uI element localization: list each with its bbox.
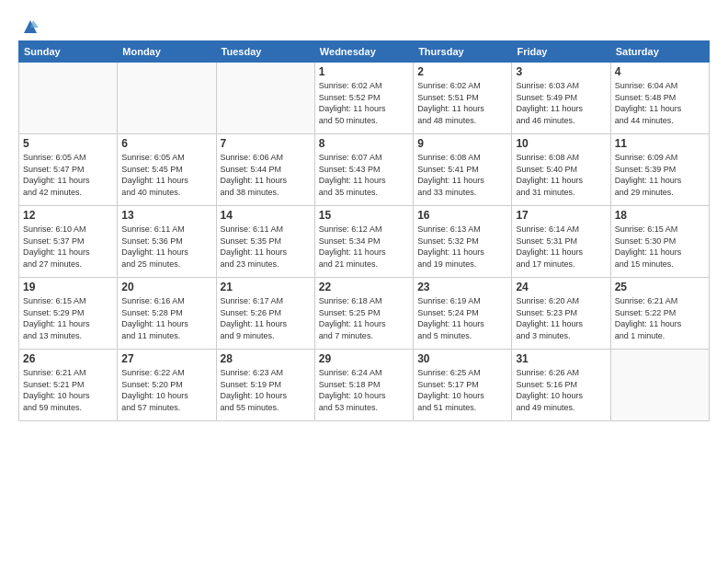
- calendar-cell: 21Sunrise: 6:17 AM Sunset: 5:26 PM Dayli…: [216, 278, 314, 350]
- day-number: 27: [121, 352, 211, 365]
- calendar-cell: 6Sunrise: 6:05 AM Sunset: 5:45 PM Daylig…: [118, 134, 216, 206]
- calendar-week-row: 19Sunrise: 6:15 AM Sunset: 5:29 PM Dayli…: [19, 278, 710, 350]
- day-info: Sunrise: 6:07 AM Sunset: 5:43 PM Dayligh…: [319, 152, 409, 198]
- logo-icon: [22, 18, 39, 35]
- calendar-cell: 11Sunrise: 6:09 AM Sunset: 5:39 PM Dayli…: [610, 134, 709, 206]
- day-number: 29: [319, 352, 409, 365]
- day-info: Sunrise: 6:05 AM Sunset: 5:47 PM Dayligh…: [23, 152, 113, 198]
- weekday-header-sunday: Sunday: [19, 41, 118, 63]
- day-info: Sunrise: 6:09 AM Sunset: 5:39 PM Dayligh…: [615, 152, 705, 198]
- calendar-cell: 8Sunrise: 6:07 AM Sunset: 5:43 PM Daylig…: [314, 134, 413, 206]
- logo: [18, 17, 39, 35]
- day-info: Sunrise: 6:24 AM Sunset: 5:18 PM Dayligh…: [319, 367, 409, 413]
- weekday-header-thursday: Thursday: [414, 41, 512, 63]
- day-number: 3: [516, 65, 606, 78]
- calendar-cell: 15Sunrise: 6:12 AM Sunset: 5:34 PM Dayli…: [314, 206, 413, 278]
- calendar-cell: 31Sunrise: 6:26 AM Sunset: 5:16 PM Dayli…: [512, 350, 610, 421]
- calendar-cell: 7Sunrise: 6:06 AM Sunset: 5:44 PM Daylig…: [216, 134, 314, 206]
- calendar-cell: 2Sunrise: 6:02 AM Sunset: 5:51 PM Daylig…: [414, 63, 512, 134]
- calendar-cell: [118, 63, 216, 134]
- day-number: 5: [23, 137, 113, 150]
- day-number: 9: [417, 137, 507, 150]
- day-number: 26: [23, 352, 113, 365]
- calendar-cell: 22Sunrise: 6:18 AM Sunset: 5:25 PM Dayli…: [314, 278, 413, 350]
- calendar-cell: 18Sunrise: 6:15 AM Sunset: 5:30 PM Dayli…: [610, 206, 709, 278]
- day-number: 16: [417, 209, 507, 222]
- day-number: 30: [417, 352, 507, 365]
- weekday-header-wednesday: Wednesday: [314, 41, 413, 63]
- weekday-header-friday: Friday: [512, 41, 610, 63]
- day-info: Sunrise: 6:08 AM Sunset: 5:40 PM Dayligh…: [516, 152, 606, 198]
- calendar-cell: 1Sunrise: 6:02 AM Sunset: 5:52 PM Daylig…: [314, 63, 413, 134]
- calendar-cell: 9Sunrise: 6:08 AM Sunset: 5:41 PM Daylig…: [414, 134, 512, 206]
- day-info: Sunrise: 6:20 AM Sunset: 5:23 PM Dayligh…: [516, 295, 606, 341]
- day-number: 4: [615, 65, 705, 78]
- day-info: Sunrise: 6:02 AM Sunset: 5:51 PM Dayligh…: [417, 80, 507, 126]
- day-info: Sunrise: 6:05 AM Sunset: 5:45 PM Dayligh…: [121, 152, 211, 198]
- calendar-cell: 29Sunrise: 6:24 AM Sunset: 5:18 PM Dayli…: [314, 350, 413, 421]
- weekday-header-monday: Monday: [118, 41, 216, 63]
- day-info: Sunrise: 6:21 AM Sunset: 5:21 PM Dayligh…: [23, 367, 113, 413]
- calendar-cell: 23Sunrise: 6:19 AM Sunset: 5:24 PM Dayli…: [414, 278, 512, 350]
- day-number: 22: [319, 281, 409, 293]
- day-number: 8: [319, 137, 409, 150]
- day-info: Sunrise: 6:04 AM Sunset: 5:48 PM Dayligh…: [615, 80, 705, 126]
- day-number: 25: [615, 281, 705, 293]
- calendar-cell: 13Sunrise: 6:11 AM Sunset: 5:36 PM Dayli…: [118, 206, 216, 278]
- day-info: Sunrise: 6:03 AM Sunset: 5:49 PM Dayligh…: [516, 80, 606, 126]
- calendar-cell: 10Sunrise: 6:08 AM Sunset: 5:40 PM Dayli…: [512, 134, 610, 206]
- day-number: 13: [121, 209, 211, 222]
- day-info: Sunrise: 6:13 AM Sunset: 5:32 PM Dayligh…: [417, 224, 507, 270]
- day-info: Sunrise: 6:11 AM Sunset: 5:35 PM Dayligh…: [221, 224, 311, 270]
- day-info: Sunrise: 6:02 AM Sunset: 5:52 PM Dayligh…: [319, 80, 409, 126]
- day-number: 12: [23, 209, 113, 222]
- calendar-cell: [19, 63, 118, 134]
- day-info: Sunrise: 6:12 AM Sunset: 5:34 PM Dayligh…: [319, 224, 409, 270]
- day-info: Sunrise: 6:26 AM Sunset: 5:16 PM Dayligh…: [516, 367, 606, 413]
- day-info: Sunrise: 6:06 AM Sunset: 5:44 PM Dayligh…: [221, 152, 311, 198]
- calendar-cell: 14Sunrise: 6:11 AM Sunset: 5:35 PM Dayli…: [216, 206, 314, 278]
- day-info: Sunrise: 6:14 AM Sunset: 5:31 PM Dayligh…: [516, 224, 606, 270]
- calendar-cell: [610, 350, 709, 421]
- day-info: Sunrise: 6:08 AM Sunset: 5:41 PM Dayligh…: [417, 152, 507, 198]
- day-info: Sunrise: 6:18 AM Sunset: 5:25 PM Dayligh…: [319, 295, 409, 341]
- day-number: 20: [121, 281, 211, 293]
- weekday-header-saturday: Saturday: [610, 41, 709, 63]
- day-number: 23: [417, 281, 507, 293]
- page: SundayMondayTuesdayWednesdayThursdayFrid…: [0, 0, 728, 563]
- calendar-cell: 17Sunrise: 6:14 AM Sunset: 5:31 PM Dayli…: [512, 206, 610, 278]
- day-info: Sunrise: 6:16 AM Sunset: 5:28 PM Dayligh…: [121, 295, 211, 341]
- calendar-cell: 4Sunrise: 6:04 AM Sunset: 5:48 PM Daylig…: [610, 63, 709, 134]
- day-number: 2: [417, 65, 507, 78]
- day-number: 24: [516, 281, 606, 293]
- day-number: 1: [319, 65, 409, 78]
- calendar-cell: 3Sunrise: 6:03 AM Sunset: 5:49 PM Daylig…: [512, 63, 610, 134]
- day-info: Sunrise: 6:23 AM Sunset: 5:19 PM Dayligh…: [221, 367, 311, 413]
- day-info: Sunrise: 6:21 AM Sunset: 5:22 PM Dayligh…: [615, 295, 705, 341]
- calendar-cell: 25Sunrise: 6:21 AM Sunset: 5:22 PM Dayli…: [610, 278, 709, 350]
- day-number: 10: [516, 137, 606, 150]
- day-info: Sunrise: 6:15 AM Sunset: 5:29 PM Dayligh…: [23, 295, 113, 341]
- day-info: Sunrise: 6:25 AM Sunset: 5:17 PM Dayligh…: [417, 367, 507, 413]
- day-number: 6: [121, 137, 211, 150]
- day-number: 28: [221, 352, 311, 365]
- calendar-cell: 24Sunrise: 6:20 AM Sunset: 5:23 PM Dayli…: [512, 278, 610, 350]
- calendar-cell: 30Sunrise: 6:25 AM Sunset: 5:17 PM Dayli…: [414, 350, 512, 421]
- calendar-cell: 19Sunrise: 6:15 AM Sunset: 5:29 PM Dayli…: [19, 278, 118, 350]
- calendar-cell: 5Sunrise: 6:05 AM Sunset: 5:47 PM Daylig…: [19, 134, 118, 206]
- day-info: Sunrise: 6:17 AM Sunset: 5:26 PM Dayligh…: [221, 295, 311, 341]
- day-info: Sunrise: 6:15 AM Sunset: 5:30 PM Dayligh…: [615, 224, 705, 270]
- calendar-week-row: 26Sunrise: 6:21 AM Sunset: 5:21 PM Dayli…: [19, 350, 710, 421]
- day-number: 17: [516, 209, 606, 222]
- day-info: Sunrise: 6:19 AM Sunset: 5:24 PM Dayligh…: [417, 295, 507, 341]
- calendar-cell: 20Sunrise: 6:16 AM Sunset: 5:28 PM Dayli…: [118, 278, 216, 350]
- day-number: 31: [516, 352, 606, 365]
- calendar-week-row: 12Sunrise: 6:10 AM Sunset: 5:37 PM Dayli…: [19, 206, 710, 278]
- day-info: Sunrise: 6:11 AM Sunset: 5:36 PM Dayligh…: [121, 224, 211, 270]
- calendar-header-row: SundayMondayTuesdayWednesdayThursdayFrid…: [19, 41, 710, 63]
- day-number: 11: [615, 137, 705, 150]
- weekday-header-tuesday: Tuesday: [216, 41, 314, 63]
- day-info: Sunrise: 6:10 AM Sunset: 5:37 PM Dayligh…: [23, 224, 113, 270]
- calendar-cell: 26Sunrise: 6:21 AM Sunset: 5:21 PM Dayli…: [19, 350, 118, 421]
- calendar-cell: 28Sunrise: 6:23 AM Sunset: 5:19 PM Dayli…: [216, 350, 314, 421]
